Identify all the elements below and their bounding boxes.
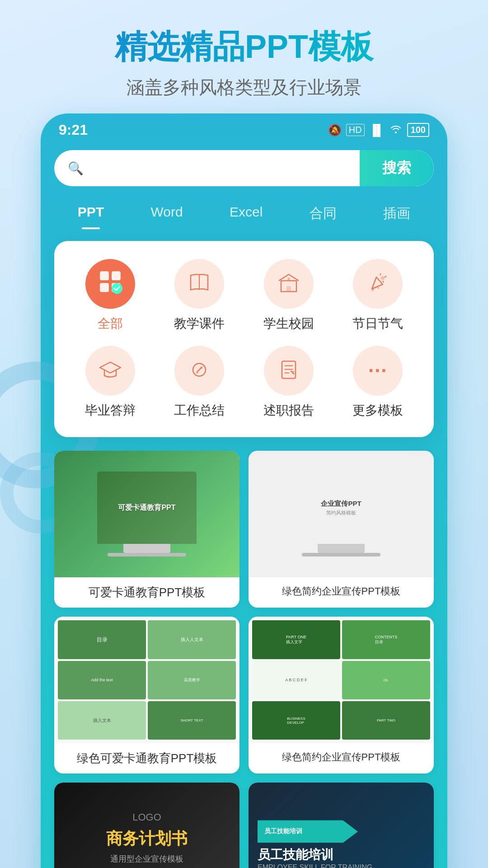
tab-contract[interactable]: 合同 xyxy=(300,200,346,227)
category-report[interactable]: 述职报告 xyxy=(246,346,331,419)
category-graduation-label: 毕业答辩 xyxy=(85,402,136,419)
category-all-icon-bg xyxy=(85,259,135,309)
template-preview-2: 企业宣传PPT简约风格模板 xyxy=(249,451,434,577)
category-report-icon-bg xyxy=(264,346,314,396)
category-grid: 全部 教学课件 xyxy=(68,259,420,419)
svg-rect-7 xyxy=(286,286,291,292)
category-more[interactable]: ··· 更多模板 xyxy=(336,346,421,419)
emp-arrow: 员工技能培训 xyxy=(258,820,358,843)
category-worksummary-icon-bg xyxy=(174,346,224,396)
template-card-1[interactable]: 可爱卡通教育PPT 可爱卡通教育PPT模板 xyxy=(54,451,239,608)
svg-point-9 xyxy=(381,276,385,280)
template-preview-5: LOGO 商务计划书 通用型企业宣传模板 20RN xyxy=(54,783,239,868)
search-bar: 🔍 搜索 xyxy=(54,150,434,186)
svg-point-10 xyxy=(371,288,374,291)
tab-ppt[interactable]: PPT xyxy=(69,200,113,227)
template-name-1: 可爱卡通教育PPT模板 xyxy=(54,577,239,608)
category-teaching[interactable]: 教学课件 xyxy=(157,259,242,332)
svg-point-11 xyxy=(377,287,379,289)
hero-subtitle: 涵盖多种风格类型及行业场景 xyxy=(18,75,470,100)
svg-point-14 xyxy=(200,366,203,369)
category-more-label: 更多模板 xyxy=(352,402,403,419)
svg-point-4 xyxy=(112,283,122,294)
category-worksummary[interactable]: 工作总结 xyxy=(157,346,242,419)
template-preview-6: 员工技能培训 员工技能培训 EMPLOYEE SKILL FOR TRAININ… xyxy=(249,783,434,868)
template-preview-1: 可爱卡通教育PPT xyxy=(54,451,239,577)
template-name-2: 绿色简约企业宣传PPT模板 xyxy=(249,577,434,605)
category-card: 全部 教学课件 xyxy=(54,241,434,437)
svg-marker-12 xyxy=(100,362,121,373)
battery-indicator: 100 xyxy=(407,123,429,137)
category-all[interactable]: 全部 xyxy=(68,259,153,332)
category-campus-icon-bg xyxy=(264,259,314,309)
phone-frame: 9:21 🔕 HD ▐▌ 100 🔍 搜索 PPT xyxy=(41,113,447,868)
biz-subtitle: 通用型企业宣传模板 xyxy=(110,854,183,864)
tab-word[interactable]: Word xyxy=(141,200,192,227)
template-name-4: 绿色简约企业宣传PPT模板 xyxy=(249,743,434,771)
all-icon xyxy=(98,269,122,299)
more-icon: ··· xyxy=(368,359,388,382)
template-card-2[interactable]: 企业宣传PPT简约风格模板 绿色简约企业宣传PPT模板 xyxy=(249,451,434,608)
category-more-icon-bg: ··· xyxy=(353,346,403,396)
hero-section: 精选精品PPT模板 涵盖多种风格类型及行业场景 xyxy=(0,0,488,113)
svg-point-8 xyxy=(287,278,290,280)
category-worksummary-label: 工作总结 xyxy=(174,402,225,419)
building-icon xyxy=(277,271,301,297)
category-teaching-label: 教学课件 xyxy=(174,315,225,332)
category-report-label: 述职报告 xyxy=(263,402,314,419)
biz-title: 商务计划书 xyxy=(106,828,188,850)
report-icon xyxy=(277,358,301,384)
biz-logo-text: LOGO xyxy=(132,811,161,823)
tab-excel[interactable]: Excel xyxy=(221,200,272,227)
template-card-6[interactable]: 员工技能培训 员工技能培训 EMPLOYEE SKILL FOR TRAININ… xyxy=(249,783,434,868)
category-teaching-icon-bg xyxy=(174,259,224,309)
template-preview-3: 目录 插入人文本 Add the text 高质教学 插入文本 SHORT TE… xyxy=(54,617,239,743)
category-all-label: 全部 xyxy=(98,315,123,332)
tab-illustration[interactable]: 插画 xyxy=(374,200,419,227)
template-preview-4: PART ONE插入文字 CONTENTS目录 A B C D E F cs. … xyxy=(249,617,434,743)
template-card-4[interactable]: PART ONE插入文字 CONTENTS目录 A B C D E F cs. … xyxy=(249,617,434,774)
hd-badge: HD xyxy=(346,124,365,136)
search-input[interactable]: 🔍 xyxy=(54,160,360,176)
pen-icon xyxy=(187,358,211,384)
signal-icon: ▐▌ xyxy=(369,124,385,137)
status-time: 9:21 xyxy=(59,122,88,138)
template-card-3[interactable]: 目录 插入人文本 Add the text 高质教学 插入文本 SHORT TE… xyxy=(54,617,239,774)
category-holiday-label: 节日节气 xyxy=(352,315,403,332)
category-campus-label: 学生校园 xyxy=(263,315,314,332)
tabs-row: PPT Word Excel 合同 插画 xyxy=(41,195,447,227)
search-button[interactable]: 搜索 xyxy=(360,150,434,186)
emp-sub: EMPLOYEE SKILL FOR TRAINING xyxy=(258,863,372,868)
emp-title: 员工技能培训 xyxy=(258,846,333,863)
category-holiday-icon-bg xyxy=(353,259,403,309)
emp-arrow-text: 员工技能培训 xyxy=(264,827,302,835)
svg-rect-2 xyxy=(100,283,109,292)
hero-title: 精选精品PPT模板 xyxy=(18,27,470,66)
svg-rect-0 xyxy=(100,271,109,280)
template-name-3: 绿色可爱卡通教育PPT模板 xyxy=(54,743,239,774)
party-icon xyxy=(366,271,390,297)
status-bar: 9:21 🔕 HD ▐▌ 100 xyxy=(41,113,447,143)
status-icons: 🔕 HD ▐▌ 100 xyxy=(328,123,429,137)
template-card-5[interactable]: LOGO 商务计划书 通用型企业宣传模板 20RN 商务计划书 xyxy=(54,783,239,868)
book-icon xyxy=(187,271,211,297)
search-bar-container: 🔍 搜索 xyxy=(41,143,447,195)
mute-icon: 🔕 xyxy=(328,124,342,137)
graduation-icon xyxy=(98,358,122,384)
category-holiday[interactable]: 节日节气 xyxy=(336,259,421,332)
wifi-icon xyxy=(389,123,403,137)
category-graduation-icon-bg xyxy=(85,346,135,396)
category-graduation[interactable]: 毕业答辩 xyxy=(68,346,153,419)
category-campus[interactable]: 学生校园 xyxy=(246,259,331,332)
svg-rect-1 xyxy=(112,271,121,280)
template-grid: 可爱卡通教育PPT 可爱卡通教育PPT模板 企业宣传PPT简约风格模板 xyxy=(41,437,447,868)
